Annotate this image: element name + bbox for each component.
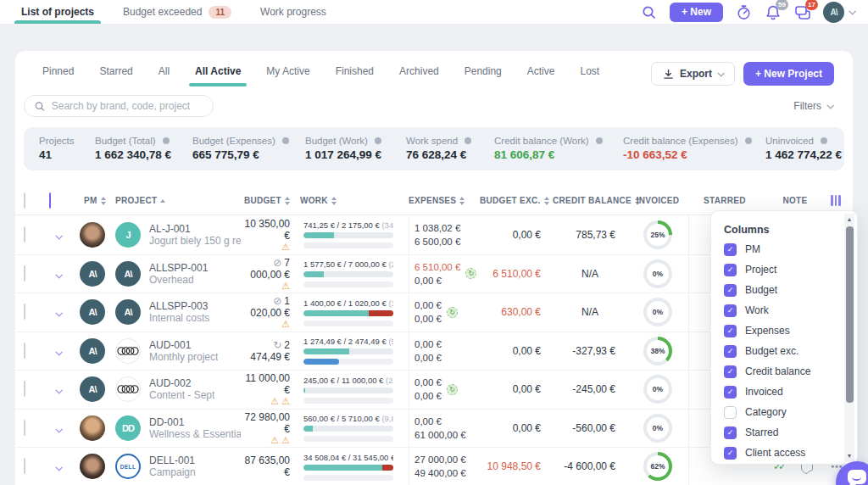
checked-checkbox[interactable]: ✓	[724, 426, 737, 439]
filter-tab-lost[interactable]: Lost	[580, 65, 599, 86]
column-header-pm[interactable]: PM	[80, 196, 115, 205]
filter-tab-starred[interactable]: Starred	[99, 65, 132, 86]
column-header-expenses[interactable]: EXPENSES	[409, 196, 480, 205]
top-tab-budget-exceeded[interactable]: Budget exceeded11	[123, 0, 231, 24]
notifications-bell-icon[interactable]: 59	[764, 3, 782, 21]
scroll-up-arrow-icon[interactable]: ▲	[844, 214, 854, 225]
project-cell[interactable]: DELLDELL-001Campaign	[115, 454, 244, 479]
columns-settings-icon[interactable]	[831, 195, 844, 206]
dropdown-scrollbar[interactable]: ▲ ▼	[844, 214, 854, 461]
stat-label: Budget (Work)	[305, 136, 406, 146]
expand-chevron-icon[interactable]	[55, 426, 62, 432]
search-input[interactable]	[52, 100, 203, 112]
info-icon[interactable]	[375, 137, 381, 144]
column-header-note[interactable]: NOTE	[760, 196, 831, 205]
checked-checkbox[interactable]: ✓	[724, 243, 737, 256]
row-checkbox[interactable]	[24, 265, 25, 282]
filters-button[interactable]: Filters	[793, 100, 832, 112]
checked-checkbox[interactable]: ✓	[724, 345, 737, 358]
project-cell[interactable]: DDDD-001Wellness & Essentials C	[115, 415, 244, 441]
column-header-credit-balance[interactable]: CREDIT BALANCE	[553, 196, 627, 205]
expand-chevron-icon[interactable]	[55, 232, 62, 239]
column-toggle-label: Project	[745, 264, 776, 276]
row-checkbox[interactable]	[24, 458, 25, 474]
column-toggle-credit-balance[interactable]: ✓Credit balance	[711, 361, 857, 382]
column-toggle-stage[interactable]: Stage	[711, 463, 857, 465]
filter-tab-all-active[interactable]: All Active	[195, 65, 241, 86]
checked-checkbox[interactable]: ✓	[724, 284, 737, 297]
project-search-box[interactable]	[24, 95, 214, 117]
column-header-project[interactable]: PROJECT	[115, 196, 244, 205]
user-avatar[interactable]: A\	[823, 2, 844, 23]
export-button[interactable]: Export	[651, 62, 735, 86]
info-icon[interactable]	[745, 137, 752, 144]
info-icon[interactable]	[282, 137, 289, 144]
row-checkbox[interactable]	[24, 420, 25, 436]
expand-chevron-icon[interactable]	[55, 271, 62, 278]
checked-checkbox[interactable]: ✓	[724, 447, 737, 460]
table-view-icon[interactable]	[49, 192, 51, 209]
column-toggle-invoiced[interactable]: ✓Invoiced	[711, 382, 857, 402]
filter-tab-pending[interactable]: Pending	[465, 65, 502, 86]
row-checkbox[interactable]	[24, 381, 25, 397]
notifications-badge: 59	[776, 0, 788, 10]
checked-checkbox[interactable]: ✓	[724, 264, 737, 276]
expand-chevron-icon[interactable]	[55, 309, 62, 316]
column-toggle-pm[interactable]: ✓PM	[711, 239, 857, 259]
column-toggle-project[interactable]: ✓Project	[711, 259, 857, 280]
expand-chevron-icon[interactable]	[55, 387, 62, 393]
column-toggle-budget[interactable]: ✓Budget	[711, 280, 857, 300]
checked-checkbox[interactable]: ✓	[724, 304, 737, 317]
project-cell[interactable]: A\ALLSPP-001Overhead	[115, 261, 244, 287]
filter-tab-active[interactable]: Active	[527, 65, 555, 86]
checked-checkbox[interactable]: ✓	[724, 386, 737, 399]
filter-tab-archived[interactable]: Archived	[399, 65, 439, 86]
top-tab-work-progress[interactable]: Work progress	[260, 0, 326, 24]
column-header-starred[interactable]: STARRED	[688, 196, 760, 205]
work-progress-bar	[303, 232, 393, 238]
project-cell[interactable]: AUD-001Monthly project	[115, 338, 244, 364]
filter-tab-pinned[interactable]: Pinned	[42, 65, 74, 86]
row-checkbox[interactable]	[24, 226, 25, 242]
search-icon[interactable]	[640, 3, 659, 21]
column-header-work[interactable]: WORK	[300, 196, 409, 205]
top-tab-list-of-projects[interactable]: List of projects	[21, 0, 94, 24]
project-cell[interactable]: JAL-J-001Jogurt biely 150 g redu	[115, 222, 244, 248]
timer-icon[interactable]	[734, 3, 753, 21]
column-header-invoiced[interactable]: INVOICED	[627, 196, 688, 205]
info-icon[interactable]	[821, 137, 827, 144]
checked-checkbox[interactable]: ✓	[724, 325, 737, 337]
column-toggle-work[interactable]: ✓Work	[711, 300, 857, 321]
column-toggle-client-access[interactable]: ✓Client access	[711, 443, 857, 463]
column-toggle-category[interactable]: Category	[711, 402, 857, 422]
messages-icon[interactable]: 17	[793, 3, 812, 21]
checked-checkbox[interactable]: ✓	[724, 365, 737, 378]
row-checkbox[interactable]	[24, 343, 25, 359]
project-cell[interactable]: AUD-002Content - Sept	[115, 376, 244, 402]
info-icon[interactable]	[163, 137, 170, 144]
scrollbar-thumb[interactable]	[846, 226, 854, 403]
unchecked-checkbox[interactable]	[724, 406, 737, 419]
new-button[interactable]: + New	[670, 3, 723, 22]
budget-warning-icon: ⚠	[270, 397, 279, 406]
column-toggle-label: Expenses	[745, 325, 790, 337]
info-icon[interactable]	[465, 137, 471, 144]
column-toggle-expenses[interactable]: ✓Expenses	[711, 321, 857, 341]
filter-tab-all[interactable]: All	[159, 65, 170, 86]
row-checkbox[interactable]	[24, 304, 25, 320]
scroll-down-arrow-icon[interactable]: ▼	[844, 450, 854, 461]
project-cell[interactable]: A\ALLSPP-003Internal costs	[115, 299, 244, 325]
column-header-budget-exc-[interactable]: BUDGET EXC.	[480, 196, 553, 205]
filter-tab-finished[interactable]: Finished	[336, 65, 374, 86]
expand-chevron-icon[interactable]	[55, 464, 62, 471]
new-project-button[interactable]: + New Project	[743, 62, 834, 86]
export-chevron-down-icon	[717, 70, 724, 76]
column-toggle-starred[interactable]: ✓Starred	[711, 422, 857, 443]
column-toggle-budget-exc-[interactable]: ✓Budget exc.	[711, 341, 857, 361]
info-icon[interactable]	[596, 137, 603, 144]
column-header-budget[interactable]: BUDGET	[244, 196, 300, 205]
expand-chevron-icon[interactable]	[55, 348, 62, 355]
select-all-checkbox[interactable]	[24, 192, 25, 209]
filter-tab-my-active[interactable]: My Active	[266, 65, 309, 86]
account-chevron-down-icon[interactable]	[849, 8, 855, 14]
